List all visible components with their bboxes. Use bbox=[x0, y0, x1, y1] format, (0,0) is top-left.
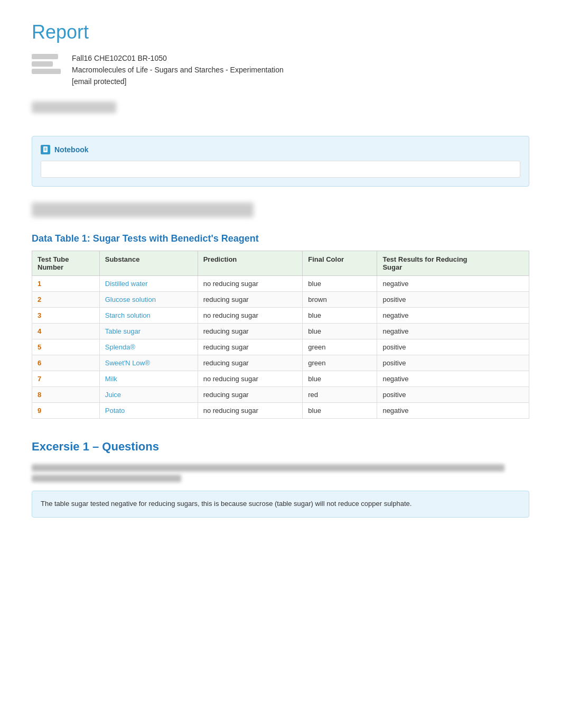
avatar-bar-2 bbox=[32, 61, 53, 67]
cell-final-color: green bbox=[303, 355, 377, 371]
page-title: Report bbox=[32, 21, 529, 43]
answer-box: The table sugar tested negative for redu… bbox=[32, 491, 529, 518]
table-row: 4Table sugarreducing sugarbluenegative bbox=[32, 324, 529, 339]
cell-prediction: reducing sugar bbox=[198, 339, 303, 355]
cell-test-result: negative bbox=[377, 276, 529, 292]
cell-final-color: blue bbox=[303, 403, 377, 419]
table-row: 5Splenda®reducing sugargreenpositive bbox=[32, 339, 529, 355]
meta-description: Macromolecules of Life - Sugars and Star… bbox=[72, 66, 284, 74]
substance-link[interactable]: Juice bbox=[105, 391, 121, 399]
substance-link[interactable]: Distilled water bbox=[105, 280, 148, 288]
table-row: 2Glucose solutionreducing sugarbrownposi… bbox=[32, 292, 529, 308]
cell-prediction: no reducing sugar bbox=[198, 403, 303, 419]
question-blurred-line-2 bbox=[32, 475, 181, 482]
tube-number-value: 6 bbox=[38, 359, 41, 367]
cell-test-result: negative bbox=[377, 371, 529, 387]
notebook-section: Notebook bbox=[32, 136, 529, 187]
cell-test-result: negative bbox=[377, 403, 529, 419]
cell-tube-number: 8 bbox=[32, 387, 100, 403]
cell-substance: Sweet'N Low® bbox=[99, 355, 198, 371]
data-table-title: Data Table 1: Sugar Tests with Benedict'… bbox=[32, 233, 529, 244]
substance-link[interactable]: Table sugar bbox=[105, 327, 141, 335]
cell-substance: Table sugar bbox=[99, 324, 198, 339]
col-header-substance: Substance bbox=[99, 251, 198, 276]
col-header-prediction: Prediction bbox=[198, 251, 303, 276]
notebook-icon bbox=[41, 145, 50, 154]
cell-tube-number: 9 bbox=[32, 403, 100, 419]
cell-substance: Splenda® bbox=[99, 339, 198, 355]
cell-test-result: positive bbox=[377, 339, 529, 355]
meta-info: Fall16 CHE102C01 BR-1050 Macromolecules … bbox=[72, 54, 284, 86]
cell-tube-number: 6 bbox=[32, 355, 100, 371]
excersie-questions-title: Excersie 1 – Questions bbox=[32, 440, 529, 454]
substance-link[interactable]: Starch solution bbox=[105, 311, 151, 319]
tube-number-value: 9 bbox=[38, 407, 41, 414]
tube-number-value: 1 bbox=[38, 280, 41, 288]
cell-substance: Milk bbox=[99, 371, 198, 387]
substance-link[interactable]: Sweet'N Low® bbox=[105, 359, 150, 367]
cell-test-result: positive bbox=[377, 355, 529, 371]
tube-number-value: 4 bbox=[38, 327, 41, 335]
notebook-label: Notebook bbox=[54, 145, 89, 154]
question-blurred-section bbox=[32, 464, 529, 482]
notebook-input[interactable] bbox=[41, 161, 520, 178]
cell-prediction: reducing sugar bbox=[198, 292, 303, 308]
cell-final-color: red bbox=[303, 387, 377, 403]
notebook-header: Notebook bbox=[41, 145, 520, 154]
tube-number-value: 3 bbox=[38, 311, 41, 319]
exercise1-title-section bbox=[32, 202, 529, 217]
tube-number-value: 5 bbox=[38, 343, 41, 351]
cell-prediction: no reducing sugar bbox=[198, 371, 303, 387]
cell-final-color: green bbox=[303, 339, 377, 355]
cell-substance: Potato bbox=[99, 403, 198, 419]
meta-section: Fall16 CHE102C01 BR-1050 Macromolecules … bbox=[32, 54, 529, 86]
cell-substance: Distilled water bbox=[99, 276, 198, 292]
avatar-bar-1 bbox=[32, 54, 58, 59]
col-header-results: Test Results for ReducingSugar bbox=[377, 251, 529, 276]
cell-final-color: blue bbox=[303, 324, 377, 339]
cell-test-result: positive bbox=[377, 387, 529, 403]
cell-substance: Juice bbox=[99, 387, 198, 403]
tube-number-value: 8 bbox=[38, 391, 41, 399]
substance-link[interactable]: Splenda® bbox=[105, 343, 135, 351]
data-table: Test TubeNumber Substance Prediction Fin… bbox=[32, 251, 529, 419]
tube-number-value: 2 bbox=[38, 296, 41, 303]
meta-course: Fall16 CHE102C01 BR-1050 bbox=[72, 54, 284, 62]
cell-tube-number: 5 bbox=[32, 339, 100, 355]
cell-final-color: blue bbox=[303, 276, 377, 292]
cell-substance: Starch solution bbox=[99, 308, 198, 324]
exercise1-title-blurred bbox=[32, 202, 254, 217]
cell-tube-number: 2 bbox=[32, 292, 100, 308]
cell-tube-number: 4 bbox=[32, 324, 100, 339]
avatar-bar-3 bbox=[32, 69, 61, 74]
cell-prediction: no reducing sugar bbox=[198, 276, 303, 292]
cell-prediction: reducing sugar bbox=[198, 387, 303, 403]
cell-tube-number: 7 bbox=[32, 371, 100, 387]
cell-test-result: negative bbox=[377, 308, 529, 324]
table-row: 1Distilled waterno reducing sugarblueneg… bbox=[32, 276, 529, 292]
background-heading bbox=[32, 102, 116, 113]
cell-test-result: positive bbox=[377, 292, 529, 308]
cell-substance: Glucose solution bbox=[99, 292, 198, 308]
table-row: 3Starch solutionno reducing sugarblueneg… bbox=[32, 308, 529, 324]
table-row: 7Milkno reducing sugarbluenegative bbox=[32, 371, 529, 387]
cell-tube-number: 1 bbox=[32, 276, 100, 292]
cell-tube-number: 3 bbox=[32, 308, 100, 324]
avatar bbox=[32, 54, 63, 74]
substance-link[interactable]: Potato bbox=[105, 407, 125, 414]
cell-final-color: blue bbox=[303, 371, 377, 387]
tube-number-value: 7 bbox=[38, 375, 41, 383]
cell-final-color: brown bbox=[303, 292, 377, 308]
cell-prediction: no reducing sugar bbox=[198, 308, 303, 324]
substance-link[interactable]: Glucose solution bbox=[105, 296, 156, 303]
cell-test-result: negative bbox=[377, 324, 529, 339]
col-header-color: Final Color bbox=[303, 251, 377, 276]
meta-email: [email protected] bbox=[72, 77, 284, 86]
col-header-tube: Test TubeNumber bbox=[32, 251, 100, 276]
substance-link[interactable]: Milk bbox=[105, 375, 117, 383]
background-section bbox=[32, 102, 529, 123]
table-row: 8Juicereducing sugarredpositive bbox=[32, 387, 529, 403]
table-row: 9Potatono reducing sugarbluenegative bbox=[32, 403, 529, 419]
cell-prediction: reducing sugar bbox=[198, 324, 303, 339]
cell-final-color: blue bbox=[303, 308, 377, 324]
